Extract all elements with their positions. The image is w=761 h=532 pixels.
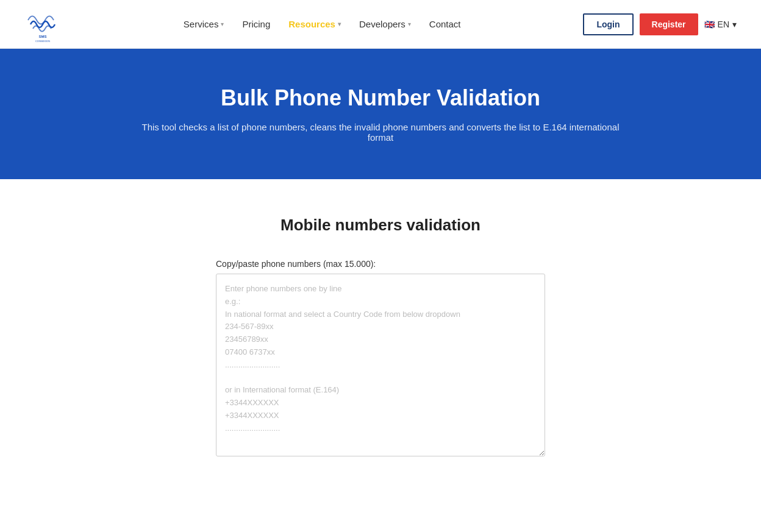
lang-label: EN: [718, 20, 729, 29]
services-label: Services: [184, 19, 219, 29]
nav-link-services[interactable]: Services ▾: [184, 19, 224, 29]
hero-section: Bulk Phone Number Validation This tool c…: [0, 49, 761, 179]
nav-link-pricing[interactable]: Pricing: [242, 19, 270, 29]
nav-link-contact[interactable]: Contact: [429, 19, 461, 29]
developers-label: Developers: [359, 19, 406, 29]
svg-text:CONNEXION: CONNEXION: [35, 40, 50, 43]
register-button[interactable]: Register: [640, 13, 698, 35]
pricing-label: Pricing: [242, 19, 270, 29]
section-title: Mobile numbers validation: [112, 216, 649, 235]
resources-caret: ▾: [338, 21, 341, 27]
login-button[interactable]: Login: [583, 13, 633, 35]
nav-link-resources[interactable]: Resources ▾: [288, 19, 341, 29]
language-selector[interactable]: 🇬🇧 EN ▾: [704, 20, 737, 29]
nav-item-developers[interactable]: Developers ▾: [359, 19, 411, 29]
form-label: Copy/paste phone numbers (max 15.000):: [216, 259, 545, 269]
nav-links: Services ▾ Pricing Resources ▾ Developer…: [184, 19, 461, 29]
nav-item-services[interactable]: Services ▾: [184, 19, 224, 29]
nav-item-contact[interactable]: Contact: [429, 19, 461, 29]
resources-label: Resources: [288, 19, 335, 29]
nav-link-developers[interactable]: Developers ▾: [359, 19, 411, 29]
developers-caret: ▾: [408, 21, 411, 27]
logo-svg: SMS CONNEXION: [24, 6, 61, 43]
hero-title: Bulk Phone Number Validation: [24, 85, 737, 111]
svg-text:SMS: SMS: [38, 35, 46, 38]
lang-caret: ▾: [732, 20, 737, 29]
services-caret: ▾: [221, 21, 224, 27]
hero-subtitle: This tool checks a list of phone numbers…: [137, 122, 624, 143]
contact-label: Contact: [429, 19, 461, 29]
nav-item-resources[interactable]: Resources ▾: [288, 19, 341, 29]
nav-right: Login Register 🇬🇧 EN ▾: [583, 13, 737, 35]
main-content: Mobile numbers validation Copy/paste pho…: [88, 179, 673, 505]
flag-icon: 🇬🇧: [704, 20, 715, 29]
nav-item-pricing[interactable]: Pricing: [242, 19, 270, 29]
brand-logo[interactable]: SMS CONNEXION: [24, 6, 61, 43]
phone-numbers-textarea[interactable]: [216, 274, 545, 456]
navbar: SMS CONNEXION Services ▾ Pricing Resourc…: [0, 0, 761, 49]
